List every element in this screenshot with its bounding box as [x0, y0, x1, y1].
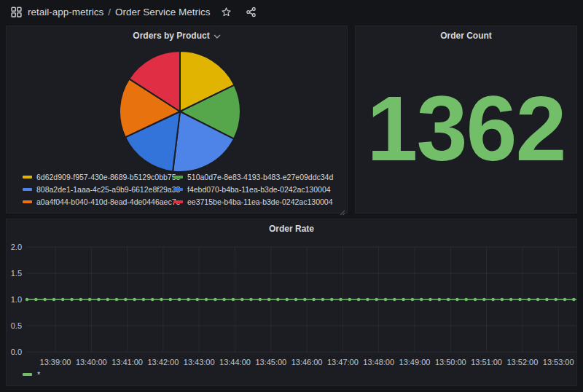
data-point [339, 298, 342, 301]
timeseries-legend-item[interactable]: * [23, 370, 40, 379]
data-point [196, 298, 199, 301]
x-axis-label: 13:49:00 [399, 358, 431, 366]
data-point [563, 298, 566, 301]
pie-legend: 6d62d909-f957-430e-8689-b5129c0bb75e510a… [23, 173, 333, 206]
data-point [294, 298, 297, 301]
data-point [509, 298, 512, 301]
panel-title-text: Orders by Product [133, 31, 209, 41]
data-point [375, 298, 378, 301]
legend-swatch [23, 200, 32, 203]
data-point [366, 298, 369, 301]
order-rate-panel: Order Rate 0.00.51.01.52.013:39:0013:40:… [6, 219, 577, 386]
data-point [474, 298, 477, 301]
data-point [142, 298, 145, 301]
panel-title-order-count[interactable]: Order Count [356, 26, 576, 45]
data-point [79, 298, 82, 301]
breadcrumb: retail-app-metrics / Order Service Metri… [28, 7, 211, 17]
data-point [26, 298, 28, 301]
data-point [97, 298, 100, 301]
data-point [205, 298, 208, 301]
legend-swatch [173, 176, 183, 179]
x-axis-label: 13:44:00 [219, 358, 251, 366]
data-point [438, 298, 441, 301]
data-point [34, 298, 37, 301]
legend-swatch [173, 200, 183, 203]
data-point [106, 298, 109, 301]
data-point [160, 298, 163, 301]
y-axis-label: 0.5 [11, 321, 22, 330]
legend-label: * [37, 370, 40, 379]
panel-title-order-rate[interactable]: Order Rate [7, 219, 576, 238]
pie-legend-item[interactable]: ee3715be-b4ba-11ea-b3de-0242ac130004 [173, 197, 333, 206]
data-point [555, 298, 557, 301]
y-axis-label: 0.0 [11, 348, 22, 356]
breadcrumb-dashboard[interactable]: Order Service Metrics [115, 7, 211, 17]
legend-swatch [23, 176, 32, 179]
data-point [384, 298, 387, 301]
x-axis-label: 13:43:00 [184, 358, 215, 366]
pie-legend-item[interactable]: 6d62d909-f957-430e-8689-b5129c0bb75e [23, 173, 173, 181]
data-point [286, 298, 289, 301]
star-icon[interactable] [218, 3, 235, 20]
x-axis-label: 13:45:00 [255, 358, 286, 366]
data-point [447, 298, 450, 301]
orders-by-product-panel: Orders by Product 6d62d909-f957-430e-868… [6, 26, 348, 213]
data-point [151, 298, 154, 301]
data-point [178, 298, 181, 301]
data-point [222, 298, 225, 301]
data-point [411, 298, 414, 301]
y-axis-label: 1.0 [11, 295, 22, 304]
x-axis-label: 13:48:00 [363, 358, 394, 366]
data-point [187, 298, 189, 301]
data-point [528, 298, 531, 301]
data-point [276, 298, 279, 301]
panel-title-text: Order Count [440, 31, 492, 41]
data-point [455, 298, 458, 301]
data-point [240, 298, 243, 301]
y-axis-label: 1.5 [11, 269, 22, 278]
breadcrumb-folder[interactable]: retail-app-metrics [28, 7, 103, 17]
panel-resize-handle[interactable] [340, 205, 345, 211]
pie-legend-item[interactable]: f4ebd070-b4ba-11ea-b3de-0242ac130004 [173, 185, 333, 194]
data-point [249, 298, 252, 301]
data-point [88, 298, 91, 301]
breadcrumb-separator: / [103, 7, 115, 17]
x-axis-label: 13:47:00 [327, 358, 359, 366]
share-icon[interactable] [243, 3, 260, 20]
legend-label: a0a4f044-b040-410d-8ead-4de0446aec7e [36, 197, 180, 206]
x-axis-label: 13:40:00 [76, 358, 107, 366]
pie-legend-item[interactable]: 510a0d7e-8e83-4193-b483-e27e09ddc34d [173, 173, 333, 181]
data-point [348, 298, 351, 301]
data-point [536, 298, 539, 301]
x-axis-label: 13:50:00 [435, 358, 466, 366]
data-point [133, 298, 136, 301]
panel-title-text: Order Rate [269, 224, 314, 234]
data-point [501, 298, 504, 301]
pie-legend-item[interactable]: a0a4f044-b040-410d-8ead-4de0446aec7e [23, 197, 173, 206]
legend-swatch [23, 373, 32, 376]
data-point [232, 298, 235, 301]
chevron-down-icon [214, 34, 221, 39]
legend-label: f4ebd070-b4ba-11ea-b3de-0242ac130004 [187, 185, 331, 194]
data-point [482, 298, 485, 301]
data-point [357, 298, 360, 301]
data-point [115, 298, 118, 301]
data-point [303, 298, 306, 301]
order-count-panel: Order Count 1362 [355, 26, 577, 213]
data-point [70, 298, 73, 301]
data-point [312, 298, 315, 301]
data-point [52, 298, 55, 301]
data-point [321, 298, 324, 301]
panel-title-orders-by-product[interactable]: Orders by Product [7, 26, 347, 45]
data-point [393, 298, 396, 301]
data-point [61, 298, 64, 301]
data-point [545, 298, 548, 301]
data-point [330, 298, 333, 301]
dashboards-grid-icon[interactable] [7, 3, 25, 20]
x-axis-label: 13:52:00 [506, 358, 538, 366]
data-point [43, 298, 46, 301]
pie-legend-item[interactable]: 808a2de1-1aaa-4c25-a9b9-6612e8f29a38 [23, 185, 173, 194]
legend-swatch [23, 188, 32, 191]
data-point [572, 298, 575, 301]
data-point [169, 298, 172, 301]
